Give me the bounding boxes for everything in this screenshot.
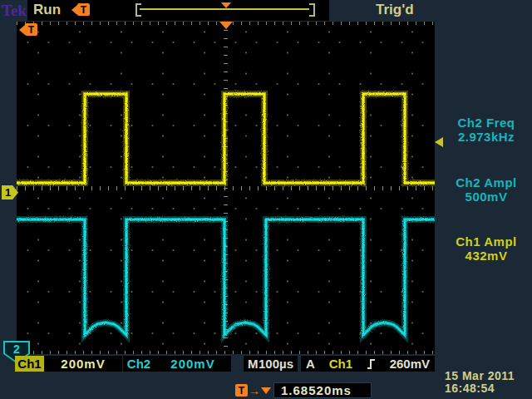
acquisition-status: Run	[33, 2, 61, 18]
position-triangle-icon	[261, 387, 271, 394]
ch1-scale-readout: 200mV	[44, 356, 122, 372]
trigger-offscreen-indicator-topbar: T	[71, 3, 90, 16]
record-view-right-bracket	[309, 3, 315, 17]
measurement-ch1-ampl: Ch1 Ampl 432mV	[441, 234, 532, 263]
record-view-line	[140, 8, 309, 10]
rising-edge-icon	[367, 358, 376, 370]
trigger-t-icon: T	[77, 3, 90, 16]
trigger-t-icon: T	[25, 23, 37, 36]
ch2-channel-badge: Ch2	[123, 356, 155, 372]
measurement-label: Ch2 Freq	[441, 116, 532, 130]
ch2-scale-readout: 200mV	[155, 356, 231, 372]
date-text: 15 Mar 2011	[445, 370, 515, 382]
horizontal-position-icon	[219, 22, 233, 29]
measurement-value: 432mV	[441, 249, 532, 263]
timebase-value: 100µs	[259, 357, 293, 371]
ch1-channel-badge: Ch1	[15, 356, 44, 372]
trigger-source: Ch1	[329, 357, 352, 371]
measurement-value: 2.973kHz	[441, 130, 532, 144]
trigger-level-value: 260mV	[390, 357, 430, 371]
trigger-t-icon: T	[235, 384, 248, 397]
delay-time-value: 1.68520ms	[273, 382, 372, 398]
measurement-label: Ch1 Ampl	[441, 234, 532, 249]
tek-logo: Tek	[2, 2, 27, 20]
timebase-readout: M 100µs	[244, 356, 298, 372]
record-position-icon	[221, 2, 231, 8]
waveform-display	[17, 22, 435, 354]
measurement-ch2-ampl: Ch2 Ampl 500mV	[441, 175, 532, 204]
arrow-left-icon	[19, 25, 25, 35]
ch1-ground-marker: 1	[2, 185, 18, 200]
record-view-left-bracket	[135, 3, 141, 17]
measurement-ch2-freq: Ch2 Freq 2.973kHz	[441, 116, 532, 144]
trigger-status: Trig'd	[376, 2, 414, 18]
graticule: T	[17, 22, 435, 354]
measurement-value: 500mV	[441, 190, 532, 204]
trigger-system-label: A	[306, 357, 315, 371]
arrow-left-icon	[71, 5, 77, 15]
trigger-offscreen-indicator-graticule: T	[19, 23, 37, 36]
delay-time-readout: T → 1.68520ms	[235, 382, 372, 398]
measurement-label: Ch2 Ampl	[441, 175, 532, 190]
time-text: 16:48:54	[445, 382, 515, 395]
trigger-readout: A Ch1 260mV	[301, 356, 435, 372]
arrow-right-icon: →	[249, 384, 260, 397]
timebase-label: M	[248, 357, 259, 371]
datetime-readout: 15 Mar 2011 16:48:54	[445, 370, 515, 395]
